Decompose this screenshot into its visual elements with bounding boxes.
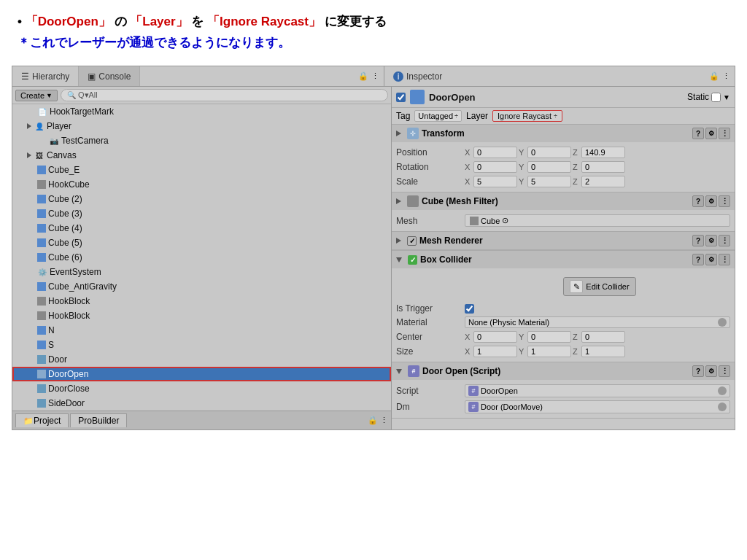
scale-x-input[interactable]	[473, 176, 517, 187]
tab-hierarchy[interactable]: ☰ Hierarchy	[12, 66, 79, 86]
material-value-field[interactable]: None (Physic Material)	[465, 316, 730, 328]
dm-selector-icon[interactable]	[718, 402, 727, 411]
list-item[interactable]: HookBlock	[12, 294, 391, 308]
list-item[interactable]: 🖼 Canvas	[12, 148, 391, 163]
box-collider-section: ✓ Box Collider ? ⚙ ⋮ ✎ Edit Collider	[392, 251, 735, 362]
rotation-x-input[interactable]	[473, 161, 517, 173]
cube-icon	[37, 311, 46, 320]
script-selector-icon[interactable]	[718, 386, 727, 395]
bottom-kebab-icon[interactable]: ⋮	[380, 416, 388, 425]
list-item[interactable]: Cube (4)	[12, 221, 391, 236]
list-item[interactable]: 📷 TestCamera	[12, 133, 391, 148]
mesh-renderer-more-btn[interactable]: ⋮	[719, 235, 730, 246]
box-collider-more-btn[interactable]: ⋮	[719, 254, 730, 265]
layer-dropdown[interactable]: Ignore Raycast ÷	[492, 110, 562, 122]
list-item[interactable]: HookCube	[12, 177, 391, 192]
box-collider-help-btn[interactable]: ?	[692, 254, 704, 265]
list-item[interactable]: SideDoor	[12, 396, 391, 411]
list-item[interactable]: Door	[12, 352, 391, 367]
center-y-input[interactable]	[527, 331, 571, 343]
list-item[interactable]: S	[12, 338, 391, 352]
position-x-input[interactable]	[473, 147, 517, 158]
mesh-selector-icon[interactable]: ⊙	[502, 216, 508, 225]
bottom-lock-icon[interactable]: 🔒	[368, 416, 378, 425]
lock-icon[interactable]: 🔒	[358, 71, 368, 81]
position-z-input[interactable]	[581, 147, 625, 158]
mesh-renderer-header[interactable]: ✓ Mesh Renderer ? ⚙ ⋮	[392, 232, 735, 250]
script-cs-icon: #	[468, 386, 479, 396]
list-item[interactable]: 📄 HookTargetMark	[12, 104, 391, 119]
scale-z-input[interactable]	[581, 176, 625, 187]
gameobject-name-input[interactable]: DoorOpen	[429, 92, 551, 103]
script-more-btn[interactable]: ⋮	[719, 365, 730, 377]
dm-value-field[interactable]: # Door (DoorMove)	[465, 400, 730, 413]
search-box[interactable]: 🔍 Q▾All	[61, 89, 388, 101]
box-collider-header[interactable]: ✓ Box Collider ? ⚙ ⋮	[392, 251, 735, 268]
position-y-input[interactable]	[527, 147, 571, 158]
mesh-renderer-check: ✓	[407, 236, 417, 246]
center-x-input[interactable]	[473, 331, 517, 343]
center-z-input[interactable]	[581, 331, 625, 343]
item-label: Cube (5)	[48, 238, 82, 248]
edit-collider-button[interactable]: ✎ Edit Collider	[563, 277, 635, 296]
tab-project[interactable]: 📁 Project	[15, 413, 69, 427]
tag-dropdown[interactable]: Untagged ÷	[414, 110, 462, 122]
list-item[interactable]: ⚙️ EventSystem	[12, 265, 391, 279]
expand-icon	[39, 136, 47, 145]
mesh-filter-header[interactable]: Cube (Mesh Filter) ? ⚙ ⋮	[392, 192, 735, 210]
mesh-label: Mesh	[396, 216, 462, 226]
kebab-icon[interactable]: ⋮	[371, 71, 379, 81]
size-x-input[interactable]	[473, 346, 517, 357]
scale-y-input[interactable]	[527, 176, 571, 187]
box-collider-settings-btn[interactable]: ⚙	[705, 254, 717, 265]
script-actions: ? ⚙ ⋮	[692, 365, 730, 377]
mesh-filter-section: Cube (Mesh Filter) ? ⚙ ⋮ Mesh Cube	[392, 192, 735, 232]
mesh-renderer-help-btn[interactable]: ?	[692, 235, 704, 246]
list-item[interactable]: 👤 Player	[12, 119, 391, 133]
list-item[interactable]: Cube (2)	[12, 192, 391, 206]
gameobject-active-checkbox[interactable]	[396, 93, 406, 102]
list-item[interactable]: Cube (5)	[12, 236, 391, 250]
list-item[interactable]: Cube_AntiGravity	[12, 279, 391, 294]
script-help-btn[interactable]: ?	[692, 365, 704, 377]
mesh-filter-settings-btn[interactable]: ⚙	[705, 195, 717, 207]
door-open-script-header[interactable]: # Door Open (Script) ? ⚙ ⋮	[392, 362, 735, 380]
material-selector-icon[interactable]	[718, 318, 727, 327]
size-y-input[interactable]	[527, 346, 571, 357]
create-button[interactable]: Create ▼	[15, 90, 58, 101]
center-axis: X Y Z	[465, 331, 730, 343]
size-z-input[interactable]	[581, 346, 625, 357]
rotation-y-input[interactable]	[527, 161, 571, 173]
list-item[interactable]: HookBlock	[12, 308, 391, 323]
tab-probuilder[interactable]: ProBuilder	[70, 413, 127, 427]
right-lock-icon[interactable]: 🔒	[709, 71, 719, 81]
tab-console[interactable]: ▣ Console	[79, 66, 140, 86]
mesh-filter-help-btn[interactable]: ?	[692, 195, 704, 207]
x-label: X	[465, 347, 472, 356]
transform-header[interactable]: ⊹ Transform ? ⚙ ⋮	[392, 125, 735, 142]
list-item[interactable]: Cube_E	[12, 163, 391, 177]
transform-more-btn[interactable]: ⋮	[719, 128, 730, 139]
script-value-field[interactable]: # DoorOpen	[465, 384, 730, 397]
script-settings-btn[interactable]: ⚙	[705, 365, 717, 377]
item-label: Player	[47, 121, 71, 131]
folder-icon: 📁	[23, 416, 34, 426]
static-dropdown-icon[interactable]: ▼	[723, 93, 730, 101]
transform-help-btn[interactable]: ?	[692, 128, 704, 139]
search-placeholder: Q▾All	[78, 90, 98, 100]
mesh-filter-more-btn[interactable]: ⋮	[719, 195, 730, 207]
list-item-dooropen[interactable]: DoorOpen	[12, 367, 391, 381]
mesh-value-field[interactable]: Cube ⊙	[465, 214, 730, 227]
transform-settings-btn[interactable]: ⚙	[705, 128, 717, 139]
right-kebab-icon[interactable]: ⋮	[722, 71, 730, 81]
tab-inspector[interactable]: i Inspector	[384, 66, 451, 86]
is-trigger-checkbox[interactable]	[465, 304, 474, 314]
list-item[interactable]: DoorClose	[12, 381, 391, 396]
expand-icon	[27, 253, 36, 262]
mesh-renderer-settings-btn[interactable]: ⚙	[705, 235, 717, 246]
list-item[interactable]: Cube (3)	[12, 206, 391, 221]
rotation-z-input[interactable]	[581, 161, 625, 173]
list-item[interactable]: N	[12, 323, 391, 338]
list-item[interactable]: Cube (6)	[12, 250, 391, 265]
static-checkbox[interactable]	[711, 93, 721, 102]
